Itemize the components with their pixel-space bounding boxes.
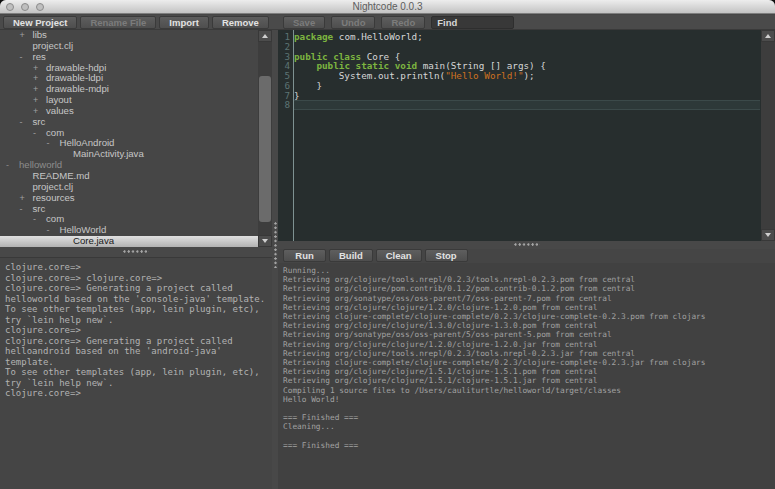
tree-item[interactable]: -HelloWorld bbox=[0, 225, 258, 236]
tree-item[interactable]: -com bbox=[0, 214, 258, 225]
expand-icon[interactable]: + bbox=[33, 73, 38, 84]
expand-icon[interactable]: + bbox=[33, 63, 38, 74]
file-tree[interactable]: +libsproject.clj-res+drawable-hdpi+drawa… bbox=[0, 30, 258, 247]
collapse-icon[interactable]: - bbox=[20, 204, 23, 215]
tree-item-label: drawable-ldpi bbox=[46, 72, 103, 83]
scrollbar-thumb[interactable] bbox=[259, 76, 271, 222]
tree-item-label: com bbox=[46, 213, 64, 224]
tree-item[interactable]: +drawable-mdpi bbox=[0, 84, 258, 95]
find-input[interactable] bbox=[431, 16, 514, 29]
collapse-icon[interactable]: - bbox=[20, 52, 23, 63]
expand-icon[interactable]: + bbox=[20, 30, 25, 41]
repl-output[interactable]: clojure.core=> clojure.core=> clojure.co… bbox=[0, 258, 272, 403]
collapse-icon[interactable]: - bbox=[6, 160, 9, 171]
collapse-icon[interactable]: - bbox=[33, 214, 36, 225]
tree-item-label: README.md bbox=[33, 170, 90, 181]
left-horizontal-splitter[interactable] bbox=[0, 247, 272, 257]
tree-item-label: resources bbox=[33, 192, 75, 203]
splitter-handle[interactable] bbox=[514, 243, 540, 246]
remove-button[interactable]: Remove bbox=[212, 16, 269, 29]
tree-item-label: drawable-hdpi bbox=[46, 62, 106, 73]
tree-item-label: HelloWorld bbox=[60, 224, 107, 235]
editor-toolbar: Save Undo Redo bbox=[283, 16, 514, 29]
code-line: } bbox=[294, 81, 760, 91]
tree-item-label: values bbox=[46, 105, 74, 116]
editor-code[interactable]: package com.HelloWorld;public class Core… bbox=[294, 32, 760, 110]
tree-item-label: layout bbox=[46, 94, 72, 105]
tree-item-label: HelloAndroid bbox=[60, 137, 115, 148]
collapse-icon[interactable]: - bbox=[47, 138, 50, 149]
expand-icon[interactable]: + bbox=[33, 95, 38, 106]
tree-scrollbar[interactable] bbox=[258, 30, 272, 247]
tree-item[interactable]: +drawable-ldpi bbox=[0, 73, 258, 84]
tree-item-label: res bbox=[33, 51, 46, 62]
build-console-panel: Running... Retrieving org/clojure/tools.… bbox=[278, 263, 775, 489]
clean-button[interactable]: Clean bbox=[376, 249, 422, 262]
collapse-icon[interactable]: - bbox=[20, 117, 23, 128]
tree-item-label: src bbox=[33, 116, 46, 127]
project-toolbar: New Project Rename File Import Remove bbox=[3, 16, 269, 29]
tree-item-label: project.clj bbox=[33, 181, 74, 192]
tree-item[interactable]: -com bbox=[0, 128, 258, 139]
arrow-down-icon bbox=[765, 233, 771, 237]
tree-item-label: libs bbox=[33, 30, 47, 40]
expand-icon[interactable]: + bbox=[20, 193, 25, 204]
tree-item-label: helloworld bbox=[19, 159, 62, 170]
tree-item[interactable]: -src bbox=[0, 204, 258, 215]
tree-item[interactable]: +layout bbox=[0, 95, 258, 106]
arrow-up-icon bbox=[262, 34, 268, 38]
file-tree-panel: +libsproject.clj-res+drawable-hdpi+drawa… bbox=[0, 30, 272, 247]
save-button[interactable]: Save bbox=[283, 16, 325, 29]
splitter-handle[interactable] bbox=[123, 250, 149, 253]
scroll-up-button[interactable] bbox=[258, 30, 272, 42]
editor-gutter: 12345678 bbox=[278, 32, 292, 110]
tree-item-label: MainActivity.java bbox=[73, 148, 144, 159]
tree-item-label: src bbox=[33, 203, 46, 214]
titlebar[interactable]: Nightcode 0.0.3 bbox=[0, 0, 775, 14]
tree-item[interactable]: Core.java bbox=[0, 236, 258, 247]
code-editor[interactable]: 12345678 package com.HelloWorld;public c… bbox=[278, 30, 775, 241]
app-window: Nightcode 0.0.3 New Project Rename File … bbox=[0, 0, 775, 489]
expand-icon[interactable]: + bbox=[33, 84, 38, 95]
splitter-handle[interactable] bbox=[274, 222, 277, 268]
run-button[interactable]: Run bbox=[283, 249, 326, 262]
code-line: System.out.println("Hello World!"); bbox=[294, 71, 760, 81]
scroll-down-button[interactable] bbox=[258, 235, 272, 247]
scroll-up-button[interactable] bbox=[761, 30, 775, 42]
line-number: 8 bbox=[278, 100, 290, 110]
build-button[interactable]: Build bbox=[329, 249, 373, 262]
code-line bbox=[294, 100, 760, 110]
right-horizontal-splitter[interactable] bbox=[278, 241, 775, 249]
tree-item[interactable]: -src bbox=[0, 117, 258, 128]
rename-file-button[interactable]: Rename File bbox=[80, 16, 156, 29]
tree-item-label: Core.java bbox=[73, 235, 114, 246]
import-button[interactable]: Import bbox=[159, 16, 209, 29]
toolbar: New Project Rename File Import Remove Sa… bbox=[0, 15, 775, 30]
editor-scrollbar[interactable] bbox=[761, 30, 775, 241]
redo-button[interactable]: Redo bbox=[381, 16, 425, 29]
repl-panel: clojure.core=> clojure.core=> clojure.co… bbox=[0, 257, 272, 489]
new-project-button[interactable]: New Project bbox=[3, 16, 77, 29]
tree-item-label: project.clj bbox=[33, 40, 74, 51]
scroll-down-button[interactable] bbox=[761, 229, 775, 241]
code-line: package com.HelloWorld; bbox=[294, 32, 760, 42]
build-toolbar: Run Build Clean Stop bbox=[278, 249, 775, 263]
collapse-icon[interactable]: - bbox=[33, 128, 36, 139]
window-title: Nightcode 0.0.3 bbox=[0, 0, 775, 14]
tree-item-label: drawable-mdpi bbox=[46, 83, 109, 94]
undo-button[interactable]: Undo bbox=[331, 16, 375, 29]
code-line: } bbox=[294, 91, 760, 101]
arrow-down-icon bbox=[262, 239, 268, 243]
build-console-output: Running... Retrieving org/clojure/tools.… bbox=[278, 263, 775, 453]
collapse-icon[interactable]: - bbox=[47, 225, 50, 236]
stop-button[interactable]: Stop bbox=[425, 249, 468, 262]
tree-item[interactable]: -res bbox=[0, 52, 258, 63]
tree-item-label: com bbox=[46, 127, 64, 138]
tree-item[interactable]: +drawable-hdpi bbox=[0, 63, 258, 74]
arrow-up-icon bbox=[765, 34, 771, 38]
